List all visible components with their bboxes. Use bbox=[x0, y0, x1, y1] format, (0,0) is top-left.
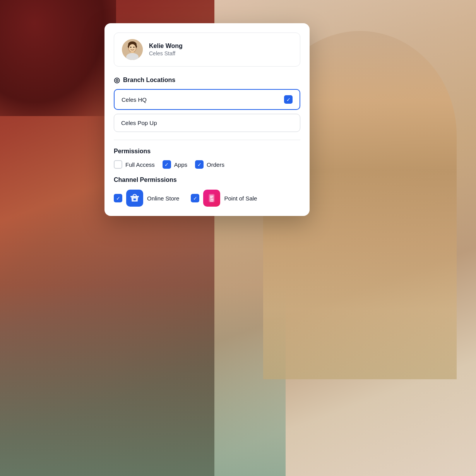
branch-option-hq[interactable]: Celes HQ ✓ bbox=[114, 89, 300, 110]
permission-orders: ✓ Orders bbox=[195, 160, 224, 169]
channel-permissions-title: Channel Permissions bbox=[114, 176, 300, 183]
svg-point-6 bbox=[130, 47, 132, 48]
permission-apps: ✓ Apps bbox=[163, 160, 187, 169]
online-store-checkbox[interactable]: ✓ bbox=[114, 194, 122, 202]
svg-point-12 bbox=[133, 196, 134, 197]
orders-label: Orders bbox=[207, 161, 224, 168]
user-info: Kelie Wong Celes Staff bbox=[149, 43, 183, 57]
full-access-checkbox[interactable] bbox=[114, 160, 122, 169]
channel-pos: ✓ Point of Sale bbox=[191, 190, 257, 207]
apps-label: Apps bbox=[174, 161, 187, 168]
svg-rect-17 bbox=[210, 201, 214, 202]
main-card: Kelie Wong Celes Staff ◎ Branch Location… bbox=[104, 23, 310, 216]
location-icon: ◎ bbox=[114, 76, 120, 84]
channel-online-store: ✓ Online Store bbox=[114, 190, 179, 207]
online-store-label: Online Store bbox=[147, 195, 179, 202]
bg-dark-top bbox=[0, 0, 116, 116]
channel-permissions-section: Channel Permissions ✓ Online Store bbox=[114, 176, 300, 207]
branch-hq-checkbox[interactable]: ✓ bbox=[284, 95, 293, 104]
branch-option-popup[interactable]: Celes Pop Up bbox=[114, 114, 300, 132]
branch-section-header: ◎ Branch Locations bbox=[114, 76, 300, 84]
svg-point-7 bbox=[134, 47, 135, 48]
online-store-icon bbox=[126, 190, 143, 207]
branch-section: ◎ Branch Locations Celes HQ ✓ Celes Pop … bbox=[114, 76, 300, 132]
branch-hq-label: Celes HQ bbox=[122, 96, 147, 103]
permissions-row: Full Access ✓ Apps ✓ Orders bbox=[114, 160, 300, 169]
branch-section-label: Branch Locations bbox=[123, 77, 175, 84]
channels-row: ✓ Online Store ✓ bbox=[114, 190, 300, 207]
svg-rect-15 bbox=[210, 195, 214, 201]
permission-full-access: Full Access bbox=[114, 160, 155, 169]
user-name: Kelie Wong bbox=[149, 43, 183, 50]
user-role: Celes Staff bbox=[149, 50, 183, 57]
svg-point-13 bbox=[136, 196, 137, 197]
permissions-section: Permissions Full Access ✓ Apps ✓ Orders bbox=[114, 148, 300, 169]
user-profile: Kelie Wong Celes Staff bbox=[114, 33, 300, 67]
permissions-title: Permissions bbox=[114, 148, 300, 155]
divider-1 bbox=[114, 140, 300, 140]
bg-bottom bbox=[0, 286, 286, 476]
orders-checkbox[interactable]: ✓ bbox=[195, 160, 204, 169]
full-access-label: Full Access bbox=[125, 161, 155, 168]
apps-checkbox[interactable]: ✓ bbox=[163, 160, 171, 169]
pos-checkbox[interactable]: ✓ bbox=[191, 194, 199, 202]
svg-point-5 bbox=[129, 44, 136, 52]
svg-rect-10 bbox=[130, 196, 139, 197]
pos-icon bbox=[203, 190, 220, 207]
branch-popup-label: Celes Pop Up bbox=[121, 120, 157, 126]
svg-point-16 bbox=[213, 199, 214, 200]
svg-rect-11 bbox=[134, 199, 136, 200]
avatar bbox=[122, 39, 143, 60]
pos-label: Point of Sale bbox=[224, 195, 257, 202]
